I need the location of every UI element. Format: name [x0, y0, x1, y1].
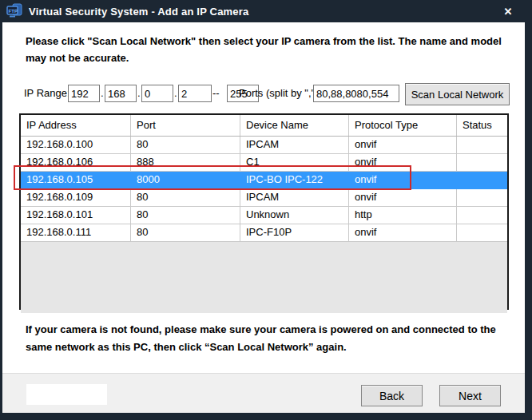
cell-protocol-type: http: [349, 207, 457, 224]
ip-dot-separator: .: [137, 85, 141, 102]
cell-ip-address: 192.168.0.111: [21, 224, 131, 241]
cell-port: 80: [131, 207, 240, 224]
cell-ip-address: 192.168.0.106: [21, 154, 131, 171]
table-row[interactable]: 192.168.0.101 80 Unknown http: [21, 207, 507, 224]
device-table: IP Address Port Device Name Protocol Typ…: [19, 113, 509, 310]
cell-status: [457, 224, 507, 241]
note-line-1: If your camera is not found, please make…: [26, 321, 522, 339]
window-title: Virtual Security System - Add an IP Came…: [29, 6, 248, 18]
svg-text:FTP: FTP: [9, 9, 18, 14]
table-row[interactable]: 192.168.0.111 80 IPC-F10P onvif: [21, 224, 507, 242]
cell-protocol-type: onvif: [349, 224, 457, 241]
cell-ip-address: 192.168.0.100: [21, 137, 131, 153]
intro-text: Please click "Scan Local Network" then s…: [26, 33, 522, 66]
cell-protocol-type: onvif: [349, 154, 457, 171]
intro-line-2: may not be accurate.: [26, 50, 522, 66]
cell-port: 8000: [131, 172, 240, 188]
table-row-selected[interactable]: 192.168.0.105 8000 IPC-BO IPC-122 onvif: [21, 172, 507, 189]
cell-port: 80: [131, 137, 240, 153]
ip-octet-4-input[interactable]: [178, 85, 212, 102]
cell-device-name: IPC-F10P: [240, 224, 349, 241]
cell-port: 80: [131, 189, 240, 206]
table-row[interactable]: 192.168.0.100 80 IPCAM onvif: [21, 137, 507, 154]
cell-device-name: Unknown: [240, 207, 349, 224]
app-icon: FTP: [6, 3, 22, 19]
cell-port: 80: [131, 224, 240, 241]
not-found-note: If your camera is not found, please make…: [26, 321, 522, 356]
dialog-body: Please click "Scan Local Network" then s…: [2, 22, 525, 413]
cell-protocol-type: onvif: [349, 189, 457, 206]
col-header-device-name[interactable]: Device Name: [240, 115, 349, 136]
intro-line-1: Please click "Scan Local Network" then s…: [26, 33, 522, 50]
cell-device-name: IPCAM: [240, 137, 349, 153]
cell-device-name: C1: [240, 154, 349, 171]
cell-status: [457, 172, 507, 188]
col-header-status[interactable]: Status: [457, 115, 507, 136]
cell-status: [457, 154, 507, 171]
cell-device-name: IPC-BO IPC-122: [240, 172, 349, 188]
close-icon[interactable]: ✕: [496, 0, 520, 22]
col-header-port[interactable]: Port: [131, 115, 240, 136]
col-header-ip-address[interactable]: IP Address: [21, 115, 131, 136]
ports-input[interactable]: [313, 85, 399, 102]
cell-status: [457, 137, 507, 153]
cell-protocol-type: onvif: [349, 172, 457, 188]
ip-octet-3-input[interactable]: [141, 85, 173, 102]
ip-dot-separator: .: [174, 85, 177, 102]
note-line-2: same network as this PC, then click “Sca…: [26, 339, 522, 356]
table-row[interactable]: 192.168.0.106 888 C1 onvif: [21, 154, 507, 172]
cell-protocol-type: onvif: [349, 137, 457, 153]
table-header: IP Address Port Device Name Protocol Typ…: [21, 115, 507, 137]
cell-ip-address: 192.168.0.109: [21, 189, 131, 206]
ip-octet-1-input[interactable]: [68, 85, 100, 102]
ports-label: Ports (split by ","):: [239, 85, 321, 102]
cell-port: 888: [131, 154, 240, 171]
ip-range-label: IP Range:: [24, 85, 70, 102]
titlebar: FTP Virtual Security System - Add an IP …: [0, 0, 532, 22]
ip-octet-2-input[interactable]: [105, 85, 137, 102]
back-button[interactable]: Back: [361, 385, 423, 406]
table-empty-area: [21, 242, 507, 313]
footer-bar: Back Next: [2, 374, 525, 413]
cell-device-name: IPCAM: [240, 189, 349, 206]
ip-range-separator: --: [212, 85, 220, 102]
next-button[interactable]: Next: [439, 385, 501, 406]
ip-dot-separator: .: [101, 85, 104, 102]
cell-status: [457, 189, 507, 206]
table-row[interactable]: 192.168.0.109 80 IPCAM onvif: [21, 189, 507, 207]
cell-ip-address: 192.168.0.101: [21, 207, 131, 224]
cell-status: [457, 207, 507, 224]
cell-ip-address: 192.168.0.105: [21, 172, 131, 188]
scan-local-network-button[interactable]: Scan Local Network: [405, 83, 510, 105]
blank-label-area: [26, 384, 107, 405]
col-header-protocol-type[interactable]: Protocol Type: [349, 115, 457, 136]
